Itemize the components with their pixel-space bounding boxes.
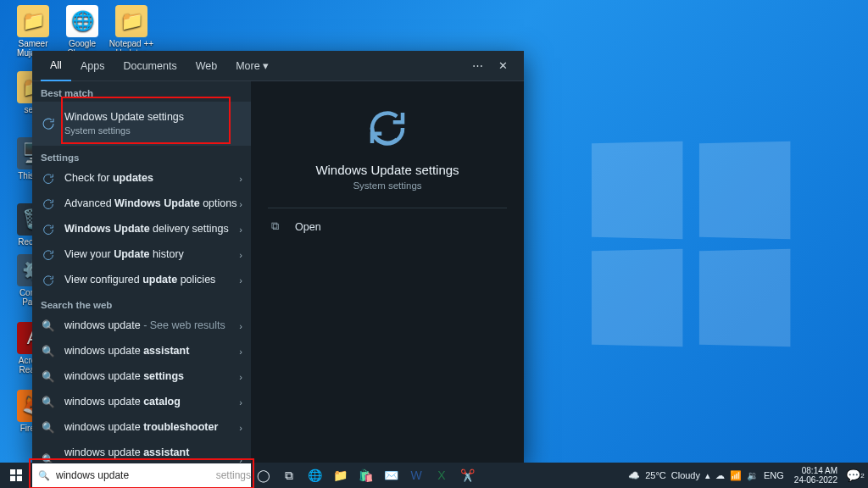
snip-icon[interactable]: ✂️ <box>454 463 480 488</box>
open-action[interactable]: ⧉ Open <box>268 214 507 240</box>
tab-documents[interactable]: Documents <box>114 51 186 81</box>
refresh-icon <box>41 273 56 288</box>
result-label: windows update assistant download <box>64 446 239 464</box>
web-result[interactable]: 🔍windows update assistant› <box>32 339 251 364</box>
search-ghost-text: settings <box>216 469 251 481</box>
refresh-icon <box>41 247 56 263</box>
search-tabs: AllAppsDocumentsWebMore ▾ ⋯ ✕ <box>32 51 524 81</box>
tab-web[interactable]: Web <box>186 51 226 81</box>
search-icon: 🔍 <box>32 470 56 481</box>
result-label: Check for updates <box>64 171 239 186</box>
search-icon: 🔍 <box>41 395 56 410</box>
close-button[interactable]: ✕ <box>490 53 515 79</box>
result-label: windows update settings <box>64 369 239 384</box>
onedrive-icon[interactable]: ☁ <box>715 470 725 481</box>
weather-label: Cloudy <box>671 470 700 480</box>
search-icon: 🔍 <box>41 369 56 385</box>
store-icon[interactable]: 🛍️ <box>353 463 378 488</box>
windows-logo-wallpaper <box>588 142 792 346</box>
refresh-icon <box>41 222 56 237</box>
language-indicator[interactable]: ENG <box>764 470 784 480</box>
svg-rect-1 <box>17 469 22 474</box>
system-tray[interactable]: ☁️ 25°C Cloudy ▴ ☁ 📶 🔉 ENG <box>623 470 789 481</box>
chevron-right-icon: › <box>239 372 242 382</box>
result-label: windows update catalog <box>64 395 239 409</box>
chevron-right-icon: › <box>239 250 242 260</box>
chevron-right-icon: › <box>239 199 242 209</box>
section-settings: Settings <box>32 146 251 166</box>
search-preview-pane: Windows Update settings System settings … <box>251 81 524 464</box>
desktop-wallpaper: 📁Sameer Mujawar🌐Google Chrome📁Notepad ++… <box>0 0 868 488</box>
chevron-right-icon: › <box>239 423 242 433</box>
action-center-icon[interactable]: 💬2 <box>843 463 868 488</box>
section-best-match: Best match <box>32 81 251 102</box>
chevron-right-icon: › <box>239 397 242 408</box>
refresh-icon <box>41 197 56 212</box>
result-label: windows update - See web results <box>64 319 239 333</box>
settings-result[interactable]: View configured update policies› <box>32 268 251 293</box>
edge-icon[interactable]: 🌐 <box>302 463 327 488</box>
network-icon[interactable]: 📶 <box>730 470 742 481</box>
result-label: Windows Update delivery settings <box>64 222 239 236</box>
chevron-right-icon: › <box>239 347 242 357</box>
result-label: View configured update policies <box>64 273 239 287</box>
chevron-right-icon: › <box>239 275 242 286</box>
clock-date: 24-06-2022 <box>794 475 837 485</box>
search-icon: 🔍 <box>41 319 56 334</box>
task-view-icon[interactable]: ⧉ <box>276 463 302 488</box>
open-label: Open <box>295 221 321 233</box>
result-label: windows update troubleshooter <box>64 420 239 435</box>
chevron-right-icon: › <box>239 174 242 184</box>
taskbar-search[interactable]: 🔍 settings <box>32 463 251 487</box>
chevron-right-icon: › <box>239 321 242 331</box>
preview-title: Windows Update settings <box>315 163 459 177</box>
svg-rect-3 <box>17 476 22 481</box>
search-icon: 🔍 <box>41 420 56 435</box>
start-button[interactable] <box>0 463 32 488</box>
web-result[interactable]: 🔍windows update assistant download› <box>32 441 251 464</box>
clock-time: 08:14 AM <box>794 466 837 475</box>
search-input[interactable] <box>56 469 220 481</box>
weather-temp: 25°C <box>645 470 666 480</box>
search-icon: 🔍 <box>41 344 56 359</box>
result-label: Advanced Windows Update options <box>64 197 239 211</box>
tab-more[interactable]: More ▾ <box>226 51 278 81</box>
result-label: View your Update history <box>64 247 239 262</box>
section-search-web: Search the web <box>32 293 251 313</box>
result-label: windows update assistant <box>64 344 239 358</box>
volume-icon[interactable]: 🔉 <box>747 470 759 481</box>
settings-result[interactable]: Check for updates› <box>32 166 251 191</box>
settings-result[interactable]: View your Update history› <box>32 242 251 268</box>
web-result[interactable]: 🔍windows update - See web results› <box>32 313 251 339</box>
preview-subtitle: System settings <box>353 180 421 191</box>
search-results-pane: Best match Windows Update settings Syste… <box>32 81 251 464</box>
chevron-right-icon: › <box>239 225 242 235</box>
tab-apps[interactable]: Apps <box>71 51 114 81</box>
best-match-result[interactable]: Windows Update settings System settings <box>32 102 251 146</box>
taskbar-clock[interactable]: 08:14 AM 24-06-2022 <box>789 466 843 485</box>
word-icon[interactable]: W <box>403 463 429 488</box>
svg-rect-0 <box>10 469 15 474</box>
divider <box>268 208 507 208</box>
web-result[interactable]: 🔍windows update settings› <box>32 364 251 390</box>
more-options-button[interactable]: ⋯ <box>465 53 490 79</box>
tab-all[interactable]: All <box>41 51 71 81</box>
refresh-icon <box>41 116 56 131</box>
refresh-icon <box>364 105 410 151</box>
tray-chevron-icon[interactable]: ▴ <box>705 470 710 481</box>
taskbar: 🔍 settings ◯ ⧉ 🌐 📁 🛍️ ✉️ W X ✂️ ☁️ 25°C … <box>0 463 868 488</box>
settings-result[interactable]: Advanced Windows Update options› <box>32 191 251 217</box>
refresh-icon <box>41 171 56 186</box>
settings-result[interactable]: Windows Update delivery settings› <box>32 217 251 242</box>
weather-icon: ☁️ <box>628 470 640 481</box>
mail-icon[interactable]: ✉️ <box>378 463 403 488</box>
web-result[interactable]: 🔍windows update troubleshooter› <box>32 415 251 441</box>
web-result[interactable]: 🔍windows update catalog› <box>32 390 251 415</box>
start-search-flyout: AllAppsDocumentsWebMore ▾ ⋯ ✕ Best match… <box>32 51 524 464</box>
explorer-icon[interactable]: 📁 <box>327 463 353 488</box>
open-icon: ⧉ <box>271 220 285 233</box>
cortana-icon[interactable]: ◯ <box>251 463 276 488</box>
svg-rect-2 <box>10 476 15 481</box>
best-match-label: Windows Update settings System settings <box>64 110 242 137</box>
excel-icon[interactable]: X <box>429 463 454 488</box>
